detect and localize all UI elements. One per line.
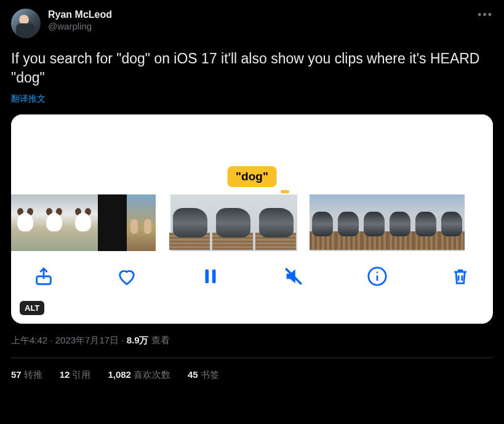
video-thumbnail[interactable] — [439, 194, 465, 251]
tweet-date: 2023年7月17日 — [55, 335, 119, 345]
tweet-meta[interactable]: 上午4:422023年7月17日8.9万 查看 — [11, 335, 493, 346]
svg-rect-1 — [205, 270, 209, 284]
video-thumbnail[interactable] — [11, 194, 40, 251]
info-icon[interactable] — [367, 266, 388, 287]
video-thumbnail[interactable] — [361, 194, 387, 251]
video-thumbnail[interactable] — [387, 194, 413, 251]
heart-icon[interactable] — [116, 266, 137, 287]
media-toolbar — [11, 251, 493, 302]
svg-rect-2 — [212, 270, 216, 284]
translate-link[interactable]: 翻译推文 — [11, 94, 493, 105]
stat-bookmarks[interactable]: 45书签 — [188, 369, 219, 381]
media-top: "dog" — [11, 114, 493, 194]
tweet-text: If you search for "dog" on iOS 17 it'll … — [11, 49, 493, 87]
trash-icon[interactable] — [450, 266, 471, 287]
more-icon[interactable]: ••• — [478, 9, 493, 22]
video-thumbnail[interactable] — [168, 194, 211, 251]
tweet-stats: 57转推 12引用 1,082喜欢次数 45书签 — [11, 358, 493, 381]
search-tag: "dog" — [227, 166, 277, 187]
timeline-marker — [281, 190, 289, 193]
thumbnail-strip[interactable] — [11, 194, 493, 251]
clip-group[interactable] — [168, 194, 297, 251]
stat-quotes[interactable]: 12引用 — [60, 369, 91, 381]
alt-badge[interactable]: ALT — [20, 301, 44, 315]
user-handle: @warpling — [48, 21, 112, 33]
tweet-container: Ryan McLeod @warpling ••• If you search … — [0, 0, 504, 381]
share-icon[interactable] — [33, 266, 54, 287]
pause-icon[interactable] — [200, 266, 221, 287]
video-thumbnail[interactable] — [413, 194, 439, 251]
clip-group[interactable] — [310, 194, 465, 251]
video-thumbnail[interactable] — [40, 194, 69, 251]
stat-retweets[interactable]: 57转推 — [11, 369, 42, 381]
video-thumbnail[interactable] — [254, 194, 297, 251]
views-label: 查看 — [151, 335, 170, 345]
clip-group[interactable] — [11, 194, 156, 251]
stat-likes[interactable]: 1,082喜欢次数 — [108, 369, 170, 381]
video-thumbnail[interactable] — [98, 194, 127, 251]
tweet-header: Ryan McLeod @warpling ••• — [11, 9, 493, 38]
views-count: 8.9万 — [127, 335, 149, 345]
video-thumbnail[interactable] — [335, 194, 361, 251]
svg-point-6 — [376, 271, 378, 273]
display-name: Ryan McLeod — [48, 9, 112, 21]
author-names[interactable]: Ryan McLeod @warpling — [48, 9, 112, 33]
media-card[interactable]: "dog" — [11, 114, 493, 324]
video-thumbnail[interactable] — [211, 194, 254, 251]
avatar[interactable] — [11, 9, 41, 38]
tweet-time: 上午4:42 — [11, 335, 47, 345]
video-thumbnail[interactable] — [310, 194, 335, 251]
mute-icon[interactable] — [283, 266, 304, 287]
video-thumbnail[interactable] — [69, 194, 98, 251]
video-thumbnail[interactable] — [127, 194, 156, 251]
